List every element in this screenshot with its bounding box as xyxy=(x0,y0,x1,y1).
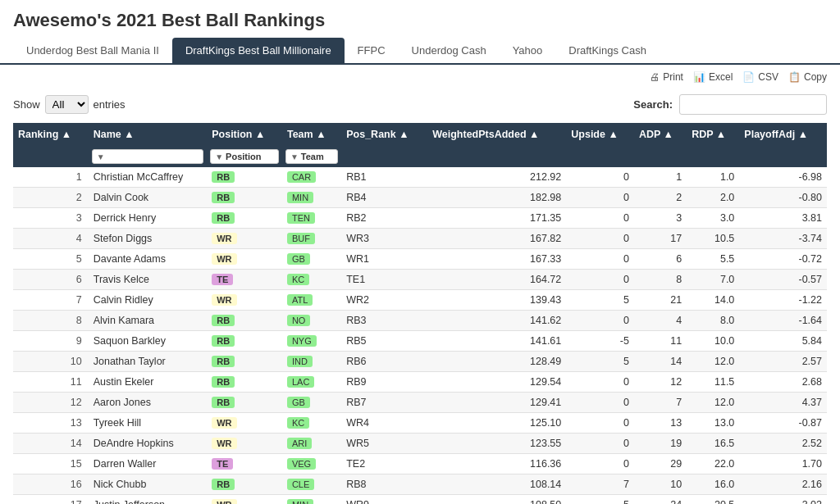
tab-underdog[interactable]: Underdog Best Ball Mania II xyxy=(13,38,172,65)
cell-weighted-pts: 139.43 xyxy=(427,290,566,311)
controls-bar: Show All 10 25 50 100 entries Search: xyxy=(0,89,840,123)
cell-position: RB xyxy=(207,331,282,352)
cell-pos-rank: RB9 xyxy=(341,372,427,393)
cell-rank: 5 xyxy=(13,249,89,270)
cell-position: RB xyxy=(207,208,282,229)
tab-draftkings[interactable]: DraftKings Best Ball Millionaire xyxy=(172,38,345,65)
cell-upside: 7 xyxy=(566,474,634,495)
cell-upside: 5 xyxy=(566,290,634,311)
cell-position: WR xyxy=(207,413,282,434)
filter-name[interactable]: ▼ Name xyxy=(89,146,207,167)
excel-label: Excel xyxy=(709,71,733,83)
table-row: 6 Travis Kelce TE KC TE1 164.72 0 8 7.0 … xyxy=(13,270,827,290)
sort-icon-adp: ▲ xyxy=(664,129,673,140)
col-ranking[interactable]: Ranking ▲ xyxy=(13,123,89,146)
filter-position[interactable]: ▼ Position xyxy=(207,146,282,167)
cell-position: WR xyxy=(207,249,282,270)
search-input[interactable] xyxy=(679,94,827,115)
cell-name: Nick Chubb xyxy=(89,474,207,495)
sort-icon-position: ▲ xyxy=(255,129,265,140)
cell-pos-rank: RB2 xyxy=(341,208,427,229)
cell-upside: 5 xyxy=(566,352,634,372)
cell-rank: 4 xyxy=(13,229,89,249)
cell-pos-rank: RB7 xyxy=(341,393,427,413)
tab-underdog-cash[interactable]: Underdog Cash xyxy=(399,38,500,65)
cell-upside: 0 xyxy=(566,208,634,229)
cell-team: BUF xyxy=(282,229,341,249)
copy-button[interactable]: 📋 Copy xyxy=(788,71,827,83)
cell-playoff-adj: -0.57 xyxy=(739,270,827,290)
table-row: 2 Dalvin Cook RB MIN RB4 182.98 0 2 2.0 … xyxy=(13,188,827,208)
cell-position: WR xyxy=(207,229,282,249)
cell-playoff-adj: -1.22 xyxy=(739,290,827,311)
filter-ranking xyxy=(13,146,89,167)
cell-upside: 0 xyxy=(566,229,634,249)
cell-adp: 7 xyxy=(634,393,687,413)
cell-team: NO xyxy=(282,311,341,331)
cell-name: Derrick Henry xyxy=(89,208,207,229)
col-adp[interactable]: ADP ▲ xyxy=(634,123,687,146)
filter-name-icon: ▼ xyxy=(97,152,105,161)
cell-playoff-adj: 2.68 xyxy=(739,372,827,393)
filter-team[interactable]: ▼ Team xyxy=(282,146,341,167)
table-row: 4 Stefon Diggs WR BUF WR3 167.82 0 17 10… xyxy=(13,229,827,249)
cell-upside: 0 xyxy=(566,270,634,290)
cell-weighted-pts: 129.54 xyxy=(427,372,566,393)
cell-adp: 19 xyxy=(634,434,687,454)
tab-draftkings-cash[interactable]: DraftKings Cash xyxy=(555,38,660,65)
tab-ffpc[interactable]: FFPC xyxy=(345,38,399,65)
header-row: Ranking ▲ Name ▲ Position ▲ Team ▲ Pos_R… xyxy=(13,123,827,146)
show-label: Show xyxy=(13,98,40,111)
cell-position: WR xyxy=(207,290,282,311)
excel-button[interactable]: 📊 Excel xyxy=(693,71,733,83)
col-pos-rank[interactable]: Pos_Rank ▲ xyxy=(341,123,427,146)
cell-rdp: 1.0 xyxy=(687,167,739,188)
filter-upside xyxy=(566,146,634,167)
cell-playoff-adj: 2.52 xyxy=(739,434,827,454)
tab-yahoo[interactable]: Yahoo xyxy=(500,38,556,65)
cell-weighted-pts: 141.62 xyxy=(427,311,566,331)
cell-playoff-adj: -3.02 xyxy=(739,495,827,505)
cell-rdp: 11.5 xyxy=(687,372,739,393)
col-playoff-adj[interactable]: PlayoffAdj ▲ xyxy=(739,123,827,146)
cell-position: RB xyxy=(207,311,282,331)
cell-weighted-pts: 212.92 xyxy=(427,167,566,188)
cell-team: CAR xyxy=(282,167,341,188)
toolbar: 🖨 Print 📊 Excel 📄 CSV 📋 Copy xyxy=(0,65,840,89)
col-position[interactable]: Position ▲ xyxy=(207,123,282,146)
csv-button[interactable]: 📄 CSV xyxy=(742,71,778,83)
cell-pos-rank: RB3 xyxy=(341,311,427,331)
cell-upside: 0 xyxy=(566,372,634,393)
sort-icon-upside: ▲ xyxy=(608,129,618,140)
col-team[interactable]: Team ▲ xyxy=(282,123,341,146)
col-rdp[interactable]: RDP ▲ xyxy=(687,123,739,146)
cell-upside: 5 xyxy=(566,495,634,505)
entries-select[interactable]: All 10 25 50 100 xyxy=(45,95,89,114)
col-weighted-pts[interactable]: WeightedPtsAdded ▲ xyxy=(427,123,566,146)
cell-upside: 0 xyxy=(566,413,634,434)
col-upside[interactable]: Upside ▲ xyxy=(566,123,634,146)
cell-name: Alvin Kamara xyxy=(89,311,207,331)
table-row: 3 Derrick Henry RB TEN RB2 171.35 0 3 3.… xyxy=(13,208,827,229)
cell-adp: 17 xyxy=(634,229,687,249)
cell-team: MIN xyxy=(282,495,341,505)
cell-position: TE xyxy=(207,270,282,290)
cell-team: IND xyxy=(282,352,341,372)
cell-adp: 11 xyxy=(634,331,687,352)
cell-adp: 29 xyxy=(634,454,687,474)
show-entries: Show All 10 25 50 100 entries xyxy=(13,95,126,114)
cell-name: Davante Adams xyxy=(89,249,207,270)
cell-team: VEG xyxy=(282,454,341,474)
print-button[interactable]: 🖨 Print xyxy=(650,71,683,83)
filter-team-icon: ▼ xyxy=(290,152,299,161)
cell-weighted-pts: 182.98 xyxy=(427,188,566,208)
filter-row: ▼ Name ▼ Position ▼ Team xyxy=(13,146,827,167)
cell-position: RB xyxy=(207,167,282,188)
table-row: 16 Nick Chubb RB CLE RB8 108.14 7 10 16.… xyxy=(13,474,827,495)
sort-icon-rdp: ▲ xyxy=(716,129,726,140)
cell-rank: 14 xyxy=(13,434,89,454)
col-name[interactable]: Name ▲ xyxy=(89,123,207,146)
csv-label: CSV xyxy=(758,71,778,83)
cell-weighted-pts: 141.61 xyxy=(427,331,566,352)
cell-name: Christian McCaffrey xyxy=(89,167,207,188)
